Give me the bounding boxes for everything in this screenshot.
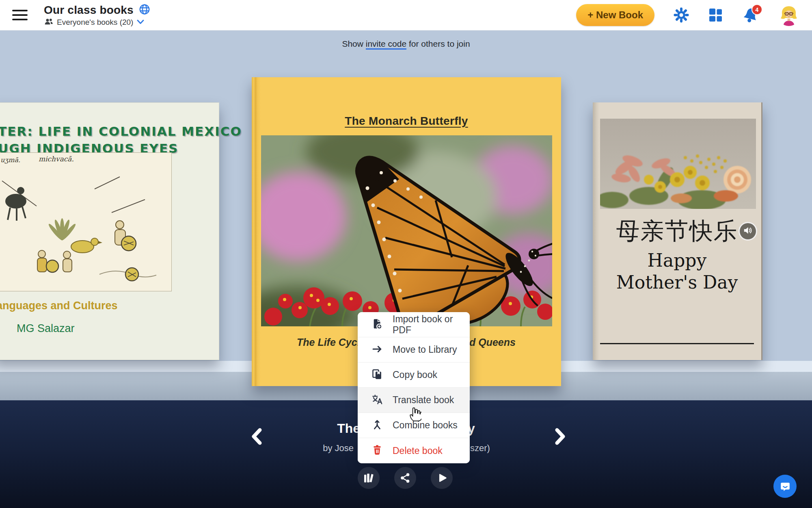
carousel-author-left: by Jose — [323, 443, 354, 454]
carousel-next-button[interactable] — [548, 427, 567, 445]
menu-item-delete-book[interactable]: Delete book — [358, 438, 470, 463]
library-books-icon — [363, 472, 375, 484]
arrow-right-icon — [371, 343, 383, 356]
library-filter-dropdown[interactable]: Everyone's books (20) — [44, 18, 151, 27]
right-book-divider-line — [600, 343, 754, 344]
play-button[interactable] — [431, 467, 453, 489]
menu-item-label: Combine books — [393, 420, 458, 431]
library-filter-label: Everyone's books (20) — [57, 18, 133, 27]
right-book-title-chinese: 母亲节快乐 — [593, 215, 761, 247]
menu-item-import-book[interactable]: Import book or PDF — [358, 312, 470, 337]
globe-icon — [138, 3, 151, 17]
menu-item-label: Move to Library — [393, 344, 457, 355]
book-creator-library-page: Our class books — [0, 0, 812, 508]
book-context-menu: Import book or PDF Move to Library Copy … — [358, 312, 470, 463]
share-button[interactable] — [394, 467, 416, 489]
share-icon — [400, 472, 411, 484]
menu-item-copy-book[interactable]: Copy book — [358, 363, 470, 388]
read-aloud-button[interactable] — [739, 222, 757, 241]
notifications-button[interactable]: 4 — [742, 7, 759, 24]
play-icon — [436, 472, 447, 484]
speaker-icon — [743, 225, 753, 237]
bell-icon — [742, 19, 759, 25]
trash-icon — [371, 444, 383, 457]
apps-grid-button[interactable] — [708, 7, 723, 23]
new-book-button[interactable]: + New Book — [576, 4, 654, 26]
left-book-codex-image: uʒmā. michvacā. — [0, 152, 172, 291]
chat-support-button[interactable] — [773, 475, 797, 498]
codex-caption-right: michvacā. — [39, 155, 74, 163]
menu-item-label: Delete book — [393, 445, 443, 456]
carousel-prev-button[interactable] — [245, 427, 264, 445]
left-book-subtitle: anguages and Cultures — [0, 300, 118, 312]
combine-books-icon — [371, 419, 383, 432]
people-icon — [44, 18, 54, 27]
left-book-author: MG Salazar — [17, 322, 75, 335]
left-book-title-line1: TER: LIFE IN COLONIAL MEXICO — [0, 124, 242, 139]
copy-book-icon — [371, 369, 383, 382]
codex-caption-left: uʒmā. — [0, 156, 20, 164]
menu-item-translate-book[interactable]: Translate book — [358, 388, 470, 413]
menu-item-label: Translate book — [393, 395, 454, 406]
translate-icon — [371, 394, 383, 407]
invite-text-pre: Show — [342, 39, 365, 48]
right-book-title-english: Happy Mother's Day — [593, 250, 761, 293]
flowers-photo — [600, 119, 756, 209]
chevron-down-icon — [136, 18, 145, 27]
carousel-author-right: szer) — [470, 443, 490, 454]
center-book-title: The Monarch Butterfly — [252, 115, 561, 128]
library-view-button[interactable] — [358, 467, 380, 489]
settings-button[interactable] — [673, 7, 689, 23]
import-book-icon — [371, 318, 383, 331]
menu-item-move-to-library[interactable]: Move to Library — [358, 337, 470, 363]
right-book-title-english-line2: Mother's Day — [593, 271, 761, 293]
center-book-subtitle-right: d Queens — [469, 336, 516, 348]
avatar[interactable] — [778, 4, 800, 26]
apps-grid-icon — [708, 18, 723, 24]
hamburger-menu-icon[interactable] — [12, 10, 28, 20]
book-cover-mothers-day[interactable]: 母亲节快乐 Happy Mother's Day — [593, 102, 762, 360]
notification-badge: 4 — [752, 4, 762, 15]
right-book-title-english-line1: Happy — [593, 250, 761, 271]
chevron-left-icon — [248, 441, 266, 447]
page-title: Our class books — [44, 4, 134, 17]
invite-code-link[interactable]: invite code — [366, 39, 406, 50]
header: Our class books — [0, 0, 812, 30]
chat-bubble-icon — [779, 480, 791, 493]
invite-text-post: for others to join — [406, 39, 470, 48]
gear-icon — [673, 18, 689, 24]
chevron-right-icon — [551, 441, 569, 447]
invite-code-line: Show invite code for others to join — [0, 39, 812, 49]
menu-item-label: Import book or PDF — [393, 314, 470, 336]
menu-item-label: Copy book — [393, 369, 437, 380]
menu-item-combine-books[interactable]: Combine books — [358, 413, 470, 438]
monarch-butterfly-photo — [261, 135, 552, 326]
book-cover-colonial-mexico[interactable]: TER: LIFE IN COLONIAL MEXICO UGH INDIGEN… — [0, 102, 219, 360]
